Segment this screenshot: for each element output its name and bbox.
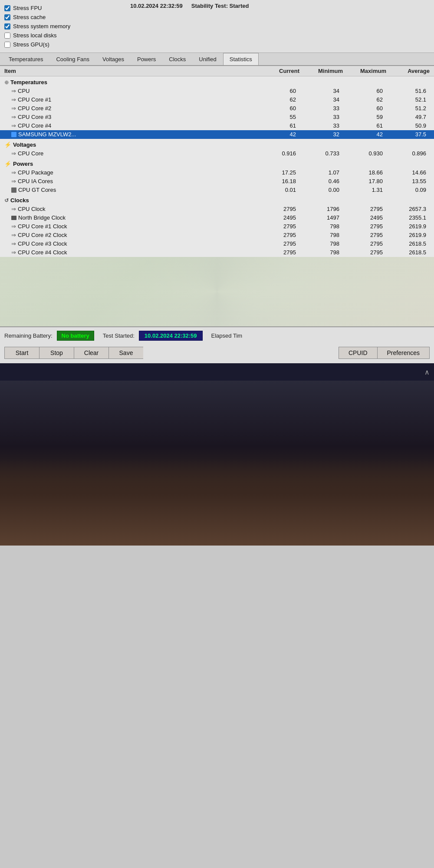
row-label-samsung: SAMSUNG MZVLW2...	[4, 131, 256, 138]
arrow-icon: ⇒	[11, 122, 16, 129]
status-area: 10.02.2024 22:32:59 Stability Test: Star…	[126, 0, 434, 53]
row-label-cpu-package: ⇒ CPU Package	[4, 169, 256, 176]
stress-fpu-label: Stress FPU	[13, 5, 42, 11]
col-header-item: Item	[4, 68, 256, 74]
stress-gpu-checkbox[interactable]	[4, 42, 10, 48]
tab-cooling-fans[interactable]: Cooling Fans	[49, 53, 96, 65]
save-button[interactable]: Save	[108, 347, 143, 359]
stress-disks-checkbox[interactable]	[4, 33, 10, 39]
stop-button[interactable]: Stop	[39, 347, 74, 359]
row-label-cpu-core2-clock: ⇒ CPU Core #2 Clock	[4, 232, 256, 238]
stress-memory-item[interactable]: Stress system memory	[4, 22, 122, 31]
cpuid-button[interactable]: CPUID	[339, 347, 377, 359]
arrow-icon: ⇒	[11, 240, 16, 247]
samsung-icon	[11, 132, 16, 137]
table-row-samsung: SAMSUNG MZVLW2... 42 32 42 37.5	[0, 130, 434, 139]
table-row: ⇒ CPU 60 34 60 51.6	[4, 87, 430, 95]
chip-icon	[11, 187, 16, 193]
stress-gpu-item[interactable]: Stress GPU(s)	[4, 40, 122, 49]
section-powers-label: ⚡ Powers	[4, 161, 256, 167]
row-label-cpu: ⇒ CPU	[4, 88, 256, 94]
stress-checkboxes: Stress FPU Stress cache Stress system me…	[0, 0, 126, 53]
thermometer-icon: ⊕	[4, 79, 9, 85]
row-label-cpu-core4-clock: ⇒ CPU Core #4 Clock	[4, 249, 256, 256]
preferences-button[interactable]: Preferences	[377, 347, 430, 359]
stress-disks-label: Stress local disks	[13, 32, 56, 39]
table-header: Item Current Minimum Maximum Average	[0, 66, 434, 76]
arrow-icon: ⇒	[11, 169, 16, 176]
bolt-icon2: ⚡	[4, 161, 11, 167]
table-row: ⇒ CPU Core #4 61 33 61 50.9	[4, 122, 430, 130]
section-temperatures-label: ⊕ Temperatures	[4, 79, 256, 85]
row-label-cpu-ia-cores: ⇒ CPU IA Cores	[4, 178, 256, 184]
test-started-label: Test Started:	[103, 332, 135, 339]
photo-area	[0, 381, 434, 546]
table-row: ⇒ CPU Core #3 Clock 2795 798 2795 2618.5	[4, 240, 430, 248]
northbridge-icon	[11, 216, 16, 220]
stress-cache-label: Stress cache	[13, 14, 46, 20]
row-label-cpu-core4: ⇒ CPU Core #4	[4, 122, 256, 129]
stress-disks-item[interactable]: Stress local disks	[4, 31, 122, 40]
row-label-cpu-core1-clock: ⇒ CPU Core #1 Clock	[4, 223, 256, 230]
button-row: Start Stop Clear Save CPUID Preferences	[0, 344, 434, 363]
table-row: ⇒ CPU Core #4 Clock 2795 798 2795 2618.5	[4, 248, 430, 257]
status-bar: Remaining Battery: No battery Test Start…	[0, 326, 434, 344]
arrow-icon: ⇒	[11, 232, 16, 238]
row-label-cpu-core3: ⇒ CPU Core #3	[4, 114, 256, 120]
arrow-icon: ⇒	[11, 105, 16, 112]
taskbar: ∧	[0, 363, 434, 381]
table-row: ⇒ CPU Core #1 Clock 2795 798 2795 2619.9	[4, 222, 430, 231]
bolt-icon: ⚡	[4, 141, 11, 148]
start-button[interactable]: Start	[4, 347, 39, 359]
test-time-badge: 10.02.2024 22:32:59	[139, 331, 203, 341]
stress-memory-label: Stress system memory	[13, 23, 70, 30]
row-label-cpu-core-voltage: ⇒ CPU Core	[4, 150, 256, 157]
clock-icon: ↺	[4, 197, 9, 204]
arrow-icon: ⇒	[11, 150, 16, 157]
tab-voltages[interactable]: Voltages	[96, 53, 131, 65]
arrow-icon: ⇒	[11, 114, 16, 120]
table-row: ⇒ CPU Package 17.25 1.07 18.66 14.66	[4, 168, 430, 177]
section-powers: ⚡ Powers	[4, 158, 430, 168]
section-clocks-label: ↺ Clocks	[4, 197, 256, 204]
stability-status: Stability Test: Started	[191, 3, 249, 9]
tab-clocks[interactable]: Clocks	[162, 53, 192, 65]
row-label-cpu-core3-clock: ⇒ CPU Core #3 Clock	[4, 240, 256, 247]
table-row: North Bridge Clock 2495 1497 2495 2355.1	[4, 214, 430, 222]
table-row: CPU GT Cores 0.01 0.00 1.31 0.09	[4, 186, 430, 194]
stress-fpu-item[interactable]: Stress FPU	[4, 3, 122, 13]
table-row: ⇒ CPU Core 0.916 0.733 0.930 0.896	[4, 149, 430, 158]
row-label-cpu-clock: ⇒ CPU Clock	[4, 206, 256, 212]
section-voltages: ⚡ Voltages	[4, 139, 430, 149]
tab-powers[interactable]: Powers	[131, 53, 162, 65]
col-header-average: Average	[386, 68, 430, 74]
arrow-icon: ⇒	[11, 88, 16, 94]
table-body: ⊕ Temperatures ⇒ CPU 60 34 60 51.6 ⇒ CPU…	[0, 76, 434, 257]
row-label-north-bridge-clock: North Bridge Clock	[4, 214, 256, 221]
col-header-current: Current	[256, 68, 299, 74]
arrow-icon: ⇒	[11, 96, 16, 103]
stress-memory-checkbox[interactable]	[4, 23, 10, 30]
table-row: ⇒ CPU Core #2 60 33 60 51.2	[4, 104, 430, 113]
tab-unified[interactable]: Unified	[192, 53, 223, 65]
taskbar-arrow-icon: ∧	[424, 368, 430, 376]
status-top: 10.02.2024 22:32:59 Stability Test: Star…	[130, 3, 430, 9]
section-clocks: ↺ Clocks	[4, 194, 430, 205]
arrow-icon: ⇒	[11, 178, 16, 184]
tab-temperatures[interactable]: Temperatures	[2, 53, 49, 65]
arrow-icon: ⇒	[11, 206, 16, 212]
tab-statistics[interactable]: Statistics	[223, 53, 259, 66]
tabs-bar: Temperatures Cooling Fans Voltages Power…	[0, 53, 434, 66]
row-label-cpu-core1: ⇒ CPU Core #1	[4, 96, 256, 103]
col-header-maximum: Maximum	[343, 68, 386, 74]
clear-button[interactable]: Clear	[74, 347, 108, 359]
stress-cache-item[interactable]: Stress cache	[4, 13, 122, 22]
stress-cache-checkbox[interactable]	[4, 14, 10, 20]
stress-gpu-label: Stress GPU(s)	[13, 41, 49, 48]
table-row: ⇒ CPU Clock 2795 1796 2795 2657.3	[4, 205, 430, 214]
arrow-icon: ⇒	[11, 249, 16, 256]
stress-fpu-checkbox[interactable]	[4, 5, 10, 11]
elapsed-label: Elapsed Tim	[211, 332, 243, 339]
table-row: ⇒ CPU Core #2 Clock 2795 798 2795 2619.9	[4, 231, 430, 240]
row-label-cpu-core2: ⇒ CPU Core #2	[4, 105, 256, 112]
